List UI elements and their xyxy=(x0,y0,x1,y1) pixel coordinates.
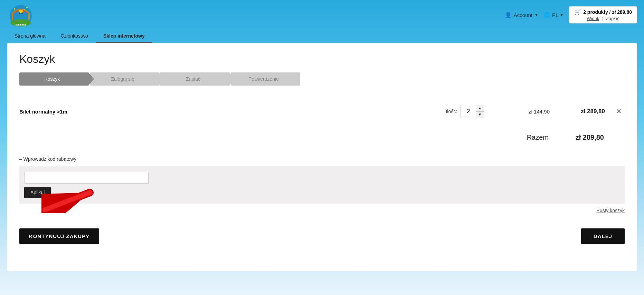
step-confirm-label: Potwierdzenie xyxy=(242,76,288,82)
cart-top: 🛒 2 produkty / zł 289,80 xyxy=(574,9,632,15)
language-caret-icon: ▼ xyxy=(560,13,564,17)
unit-price: zł 144,90 xyxy=(505,109,550,115)
cart-bottom: Widok | Zapłać xyxy=(587,16,619,21)
main-content: Koszyk Koszyk Zaloguj się Zapłać Potwier… xyxy=(7,43,637,271)
cart-icon: 🛒 xyxy=(574,9,581,15)
continue-shopping-button[interactable]: KONTYNUUJ ZAKUPY xyxy=(19,228,99,244)
bottom-actions: Pusty koszyk xyxy=(19,205,625,219)
svg-point-6 xyxy=(19,12,20,14)
quantity-up-button[interactable]: ▲ xyxy=(476,105,484,112)
total-row: Razem zł 289,80 xyxy=(19,125,625,150)
total-amount: zł 289,80 xyxy=(562,134,604,141)
item-total-price: zł 289,80 xyxy=(564,108,605,115)
page-title: Koszyk xyxy=(19,53,625,66)
step-cart-label: Koszyk xyxy=(38,76,69,82)
cart-button[interactable]: 🛒 2 produkty / zł 289,80 Widok | Zapłać xyxy=(569,6,637,23)
account-label: Account xyxy=(514,12,532,18)
quantity-arrows: ▲ ▼ xyxy=(476,105,484,118)
bottom-bar: KONTYNUUJ ZAKUPY DALEJ xyxy=(19,228,625,244)
globe-icon: 🌐 xyxy=(544,12,551,18)
svg-text:KOWNATY: KOWNATY xyxy=(17,26,26,27)
svg-rect-4 xyxy=(28,13,30,20)
step-pay[interactable]: Zapłać xyxy=(160,72,229,86)
svg-rect-3 xyxy=(12,13,13,20)
quantity-down-button[interactable]: ▼ xyxy=(476,112,484,118)
svg-point-9 xyxy=(26,7,28,8)
steps-bar: Koszyk Zaloguj się Zapłać Potwierdzenie xyxy=(19,72,625,86)
nav-membership[interactable]: Członkostwo xyxy=(53,30,96,43)
step-login[interactable]: Zaloguj się xyxy=(90,72,159,86)
cart-row: Bilet normalny >1m Ilość: ▲ ▼ zł 144,90 … xyxy=(19,98,625,125)
remove-item-button[interactable]: ✕ xyxy=(613,106,625,117)
discount-toggle[interactable]: – Wprowadź kod rabatowy xyxy=(19,156,625,162)
cart-qty-area: Ilość: ▲ ▼ xyxy=(446,105,484,118)
nav-home[interactable]: Strona główna xyxy=(7,30,53,43)
language-button[interactable]: 🌐 PL ▼ xyxy=(544,12,564,18)
step-cart[interactable]: Koszyk xyxy=(19,72,88,86)
account-caret-icon: ▼ xyxy=(534,13,538,17)
discount-code-input[interactable] xyxy=(24,172,149,184)
step-confirm[interactable]: Potwierdzenie xyxy=(231,72,300,86)
cart-pay-label[interactable]: Zapłać xyxy=(606,16,619,21)
nav-shop[interactable]: Sklep internetowy xyxy=(96,30,152,43)
language-label: PL xyxy=(552,12,558,18)
header: Majaland KOWNATY 👤 Account ▼ 🌐 PL ▼ 🛒 2 … xyxy=(0,0,644,30)
cart-separator: | xyxy=(602,16,603,21)
cart-view-label[interactable]: Widok xyxy=(587,16,599,21)
next-button[interactable]: DALEJ xyxy=(581,228,625,244)
quantity-label: Ilość: xyxy=(446,109,457,114)
nav-bar: Strona główna Członkostwo Sklep internet… xyxy=(0,30,644,43)
logo-icon: Majaland KOWNATY xyxy=(7,3,35,27)
svg-rect-5 xyxy=(19,10,23,13)
discount-input-area: Aplikuj xyxy=(19,166,625,204)
quantity-input[interactable] xyxy=(461,105,476,118)
header-right: 👤 Account ▼ 🌐 PL ▼ 🛒 2 produkty / zł 289… xyxy=(505,6,637,23)
person-icon: 👤 xyxy=(505,12,512,18)
total-label: Razem xyxy=(527,134,549,141)
account-button[interactable]: 👤 Account ▼ xyxy=(505,12,538,18)
svg-point-8 xyxy=(14,8,15,10)
empty-cart-link[interactable]: Pusty koszyk xyxy=(596,208,625,213)
step-login-label: Zaloguj się xyxy=(105,76,144,82)
logo-area[interactable]: Majaland KOWNATY xyxy=(7,3,35,27)
svg-text:Majaland: Majaland xyxy=(16,23,26,26)
discount-section: – Wprowadź kod rabatowy Aplikuj xyxy=(19,156,625,204)
svg-point-10 xyxy=(24,9,25,10)
cart-summary: 2 produkty / zł 289,80 xyxy=(583,9,632,15)
cart-item-name: Bilet normalny >1m xyxy=(19,109,446,115)
step-pay-label: Zapłać xyxy=(180,76,210,82)
quantity-control: ▲ ▼ xyxy=(461,105,484,118)
svg-point-7 xyxy=(21,12,23,14)
apply-discount-button[interactable]: Aplikuj xyxy=(24,187,51,198)
cart-section: Bilet normalny >1m Ilość: ▲ ▼ zł 144,90 … xyxy=(19,98,625,150)
